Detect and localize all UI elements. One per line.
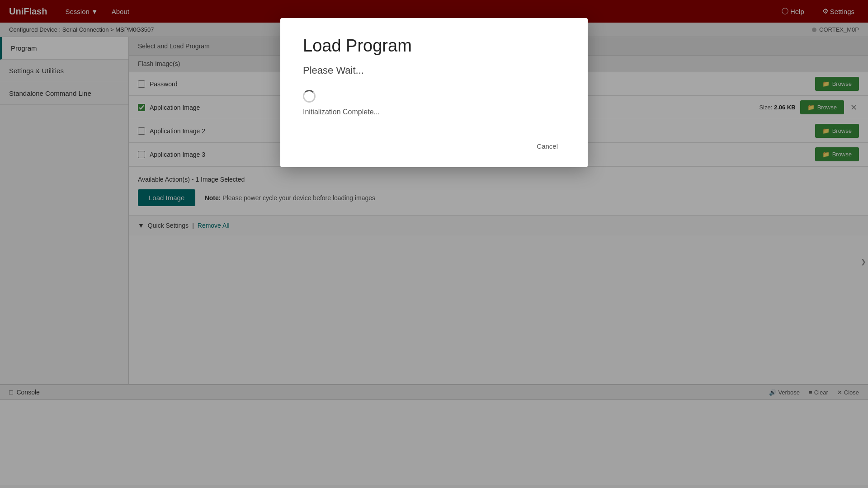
- modal-status: Initialization Complete...: [303, 108, 565, 116]
- modal-title: Load Program: [303, 36, 565, 56]
- modal-cancel-button[interactable]: Cancel: [529, 139, 565, 154]
- modal-dialog: Load Program Please Wait... Initializati…: [280, 18, 588, 167]
- modal-subtitle: Please Wait...: [303, 65, 565, 76]
- loading-spinner: [303, 90, 316, 103]
- modal-overlay: Load Program Please Wait... Initializati…: [0, 0, 868, 488]
- modal-footer: Cancel: [303, 139, 565, 154]
